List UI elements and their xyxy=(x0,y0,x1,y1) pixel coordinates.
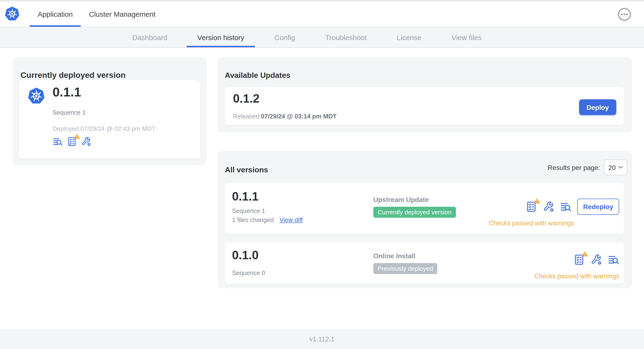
chevron-down-icon xyxy=(618,166,623,169)
ellipsis-menu-button[interactable] xyxy=(618,8,631,21)
deployed-version-number: 0.1.1 xyxy=(52,85,81,100)
version-row-0-1-1: 0.1.1 Sequence 1 1 files changed View di… xyxy=(225,183,624,234)
redeploy-button[interactable]: Redeploy xyxy=(577,198,619,215)
tab-dashboard[interactable]: Dashboard xyxy=(122,27,178,47)
config-icon[interactable] xyxy=(81,136,91,146)
row-version-number: 0.1.0 xyxy=(232,248,258,262)
deployed-version-panel: 0.1.1 Sequence 1 Deployed 07/29/24 @ 02:… xyxy=(19,80,200,158)
app-level-tabs: Application Cluster Management xyxy=(30,2,164,27)
page-footer: v1.112.1 xyxy=(0,329,644,349)
preflight-checks-warning-icon[interactable] xyxy=(67,136,77,146)
row-version-number: 0.1.1 xyxy=(232,190,258,204)
tab-application[interactable]: Application xyxy=(30,2,81,27)
released-label: Released xyxy=(233,113,259,120)
deployed-action-icons xyxy=(52,136,91,146)
available-updates-title: Available Updates xyxy=(225,72,290,80)
preflight-status-text: Checks passed with warnings xyxy=(534,272,619,280)
deployed-sequence: Sequence 1 xyxy=(52,109,86,116)
config-icon[interactable] xyxy=(590,254,602,266)
tab-config[interactable]: Config xyxy=(264,27,306,47)
tab-version-history-label: Version history xyxy=(198,33,244,41)
tab-version-history[interactable]: Version history xyxy=(187,27,255,47)
update-released-line: Released 07/29/24 @ 03:14 pm MDT xyxy=(233,113,336,120)
diff-icon[interactable] xyxy=(608,254,619,266)
previously-deployed-badge: Previously deployed xyxy=(373,263,438,274)
row-source: Upstream Update xyxy=(373,196,429,204)
ellipsis-menu-icon xyxy=(618,8,631,21)
diff-icon[interactable] xyxy=(560,201,572,212)
view-diff-link[interactable]: View diff xyxy=(280,216,303,224)
results-per-page-value: 20 xyxy=(608,164,616,171)
section-nav: Dashboard Version history Config Trouble… xyxy=(0,27,644,48)
tab-cluster-management-label: Cluster Management xyxy=(89,10,156,18)
results-per-page: Results per page: 20 xyxy=(548,160,627,175)
tab-cluster-management[interactable]: Cluster Management xyxy=(81,2,164,27)
row-actions xyxy=(573,254,619,266)
deploy-button[interactable]: Deploy xyxy=(579,99,616,115)
kubernetes-logo xyxy=(4,5,20,22)
currently-deployed-card: Currently deployed version 0.1.1 Sequenc… xyxy=(12,57,207,165)
currently-deployed-badge: Currently deployed version xyxy=(373,207,456,218)
results-per-page-label: Results per page: xyxy=(548,164,600,171)
app-header: Application Cluster Management xyxy=(0,2,644,27)
tab-troubleshoot-label: Troubleshoot xyxy=(325,33,367,41)
console-version: v1.112.1 xyxy=(309,335,334,343)
all-versions-title: All versions xyxy=(225,166,268,174)
tab-dashboard-label: Dashboard xyxy=(132,33,167,41)
results-per-page-select[interactable]: 20 xyxy=(604,160,627,175)
tab-config-label: Config xyxy=(274,33,295,41)
tab-application-label: Application xyxy=(38,10,73,18)
row-source: Online Install xyxy=(373,252,415,260)
released-timestamp: 07/29/24 @ 03:14 pm MDT xyxy=(261,113,336,120)
row-sequence: Sequence 1 xyxy=(232,207,265,214)
tab-license-label: License xyxy=(397,33,421,41)
row-sequence: Sequence 0 xyxy=(232,269,265,276)
row-files-changed: 1 files changed View diff xyxy=(232,216,303,224)
preflight-checks-warning-icon[interactable] xyxy=(526,201,537,212)
preflight-status-text: Checks passed with warnings xyxy=(489,220,574,227)
files-changed-label: 1 files changed xyxy=(232,216,274,224)
version-row-0-1-0: 0.1.0 Sequence 0 Online Install Previous… xyxy=(225,242,624,284)
diff-icon[interactable] xyxy=(52,136,62,146)
available-updates-card: Available Updates 0.1.2 Released 07/29/2… xyxy=(218,57,632,133)
tab-license[interactable]: License xyxy=(386,27,432,47)
tab-view-files[interactable]: View files xyxy=(441,27,492,47)
update-version-number: 0.1.2 xyxy=(233,92,260,106)
currently-deployed-title: Currently deployed version xyxy=(20,71,126,80)
admin-console-page: Application Cluster Management Dashboard… xyxy=(0,0,644,349)
preflight-checks-warning-icon[interactable] xyxy=(573,254,585,266)
tab-view-files-label: View files xyxy=(452,33,482,41)
all-versions-card: All versions Results per page: 20 0.1.1 … xyxy=(218,151,632,288)
row-actions: Redeploy xyxy=(526,198,619,215)
tab-troubleshoot[interactable]: Troubleshoot xyxy=(314,27,377,47)
deployed-timestamp: Deployed 07/29/24 @ 02:43 pm MDT xyxy=(52,125,156,132)
config-icon[interactable] xyxy=(543,201,554,212)
app-icon-kubernetes xyxy=(27,86,45,106)
update-panel: 0.1.2 Released 07/29/24 @ 03:14 pm MDT D… xyxy=(225,87,624,125)
